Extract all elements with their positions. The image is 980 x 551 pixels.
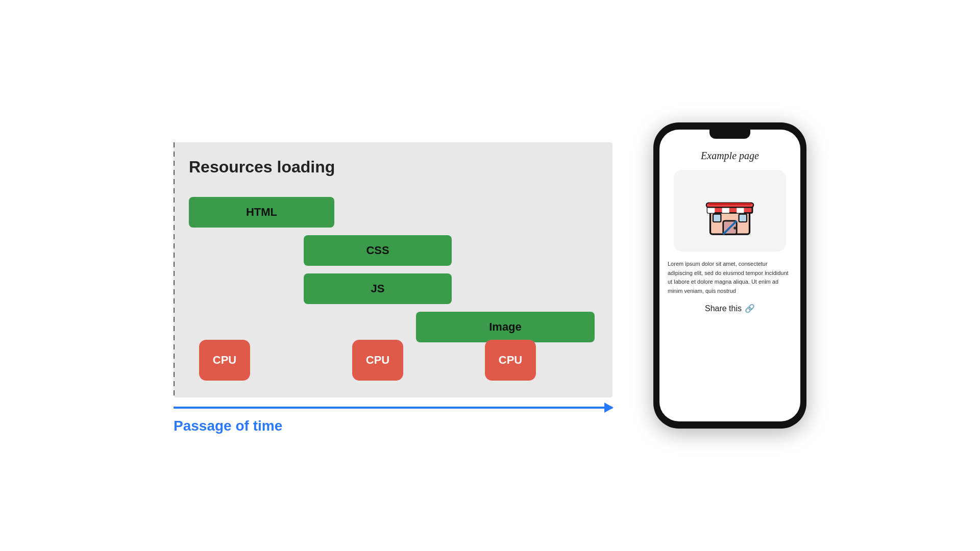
phone-image-card [674, 170, 786, 252]
cpu-box-2: CPU [352, 340, 403, 381]
store-icon [702, 183, 758, 239]
svg-rect-2 [713, 214, 721, 222]
phone-outer: Example page [653, 122, 806, 429]
time-arrow [174, 407, 612, 409]
cpu-box-1: CPU [199, 340, 250, 381]
share-label[interactable]: Share this [705, 304, 742, 313]
link-icon: 🔗 [745, 304, 755, 313]
bar-html: HTML [189, 197, 334, 228]
cpu-box-3: CPU [485, 340, 536, 381]
time-wrapper: Passage of time [174, 397, 612, 409]
phone-notch [709, 130, 750, 139]
time-label: Passage of time [174, 418, 282, 434]
time-row [174, 407, 612, 409]
resources-area: HTML CSS JS Image CPU CPU [189, 192, 597, 381]
bar-css: CSS [304, 235, 452, 266]
svg-point-5 [733, 227, 737, 230]
diagram-box: Resources loading HTML CSS JS Image CPU [174, 142, 612, 397]
main-container: Resources loading HTML CSS JS Image CPU [0, 0, 980, 551]
phone-screen: Example page [659, 130, 800, 421]
phone-title: Example page [701, 150, 759, 162]
diagram-title: Resources loading [189, 158, 597, 177]
phone-section: Example page [653, 122, 806, 429]
bar-image: Image [416, 312, 595, 342]
svg-rect-11 [708, 203, 751, 205]
diagram-section: Resources loading HTML CSS JS Image CPU [174, 142, 612, 409]
svg-rect-3 [739, 214, 747, 222]
dashed-line [174, 142, 175, 397]
share-row[interactable]: Share this 🔗 [705, 304, 755, 313]
bar-js: JS [304, 273, 452, 304]
phone-body-text: Lorem ipsum dolor sit amet, consectetur … [668, 260, 792, 295]
